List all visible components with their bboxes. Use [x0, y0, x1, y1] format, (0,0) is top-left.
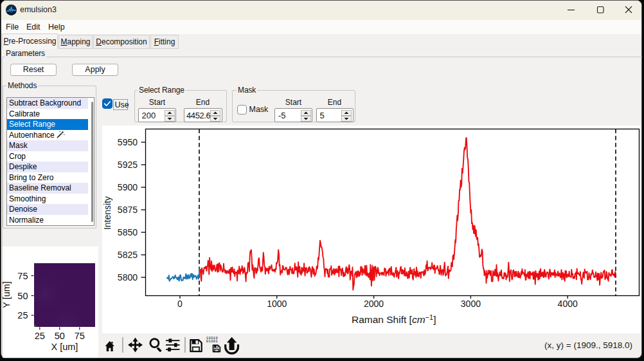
svg-text:01001: 01001: [206, 340, 218, 344]
svg-text:Intensity: Intensity: [102, 196, 112, 230]
svg-text:5850: 5850: [118, 227, 138, 237]
svg-text:1000: 1000: [267, 299, 287, 309]
svg-text:5925: 5925: [118, 160, 138, 170]
svg-text:Raman Shift [cm−1]: Raman Shift [cm−1]: [352, 313, 436, 326]
svg-text:5950: 5950: [118, 137, 138, 147]
svg-text:2000: 2000: [364, 299, 384, 309]
svg-text:4000: 4000: [558, 299, 578, 309]
svg-text:3000: 3000: [461, 299, 481, 309]
svg-text:5900: 5900: [118, 182, 138, 192]
svg-text:0: 0: [177, 299, 183, 309]
svg-text:5825: 5825: [118, 250, 138, 260]
svg-text:5800: 5800: [118, 272, 138, 282]
svg-text:5875: 5875: [118, 205, 138, 215]
